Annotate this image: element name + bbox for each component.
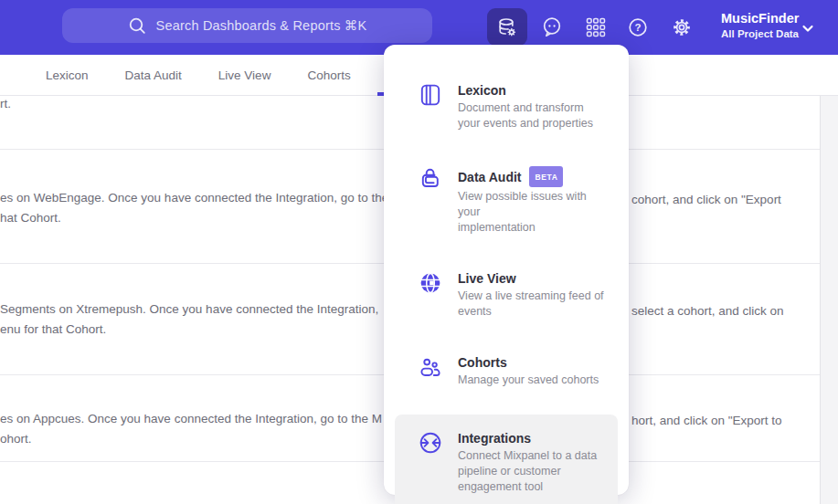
menu-item-title: Data Audit [458, 169, 521, 185]
menu-item-description: View possible issues with your implement… [458, 189, 605, 236]
gear-icon [670, 16, 694, 39]
chat-bubble-icon [540, 16, 564, 39]
list-item-text: Segments on Xtremepush. Once you have co… [0, 299, 378, 319]
list-item-text: cohort, and click on "Export [631, 190, 781, 209]
project-subtitle: All Project Data [721, 27, 799, 41]
menu-item-data-audit[interactable]: Data Audit BETA View possible issues wit… [395, 149, 618, 253]
search-placeholder: Search Dashboards & Reports ⌘K [156, 18, 367, 33]
list-item-text: ohort. [0, 429, 32, 448]
database-gear-icon [495, 16, 519, 39]
menu-item-cohorts[interactable]: Cohorts Manage your saved cohorts [395, 337, 618, 405]
menu-item-description: Document and transform your events and p… [458, 100, 593, 131]
menu-item-title: Integrations [458, 430, 597, 446]
menu-item-title: Cohorts [458, 354, 599, 371]
list-item-text: hat Cohort. [0, 208, 61, 227]
settings-button[interactable] [669, 15, 695, 40]
menu-item-integrations[interactable]: Integrations Connect Mixpanel to a data … [395, 415, 618, 504]
grid-icon [584, 16, 608, 39]
tab-data-audit[interactable]: Data Audit [125, 68, 182, 82]
project-name: MusicFinder [721, 10, 799, 27]
svg-text:?: ? [634, 22, 641, 33]
list-item-text: rt. [0, 96, 11, 113]
data-management-menu: Lexicon Document and transform your even… [384, 45, 629, 495]
data-management-button[interactable] [487, 8, 527, 46]
menu-item-description: Connect Mixpanel to a data pipeline or c… [458, 448, 597, 495]
search-input[interactable]: Search Dashboards & Reports ⌘K [62, 8, 432, 43]
help-icon: ? [626, 16, 650, 39]
menu-item-description: View a live streaming feed of events [458, 289, 604, 320]
tab-live-view[interactable]: Live View [218, 68, 271, 82]
page-gutter [820, 96, 838, 504]
beta-badge: BETA [529, 166, 563, 187]
list-item-text: es on WebEngage. Once you have connected… [0, 188, 388, 207]
search-icon [128, 16, 146, 35]
lexicon-book-icon [419, 83, 442, 107]
menu-item-title: Lexicon [458, 82, 593, 99]
project-selector[interactable]: MusicFinder All Project Data [721, 10, 799, 41]
menu-item-description: Manage your saved cohorts [458, 373, 599, 388]
list-item-text: enu for that Cohort. [0, 320, 106, 339]
cohorts-people-icon [419, 355, 442, 379]
menu-item-lexicon[interactable]: Lexicon Document and transform your even… [395, 65, 618, 149]
live-view-globe-icon [419, 271, 442, 295]
tab-cohorts[interactable]: Cohorts [307, 68, 350, 82]
list-item-text: select a cohort, and click on [631, 301, 784, 320]
list-item-text: es on Appcues. Once you have connected t… [0, 409, 382, 428]
help-button[interactable]: ? [625, 15, 651, 40]
menu-item-live-view[interactable]: Live View View a live streaming feed of … [395, 253, 618, 337]
feedback-button[interactable] [539, 15, 565, 40]
integrations-arrows-icon [419, 431, 442, 455]
apps-menu-button[interactable] [583, 15, 609, 40]
tab-lexicon[interactable]: Lexicon [46, 68, 89, 82]
chevron-down-icon[interactable] [800, 20, 816, 37]
menu-item-title: Live View [458, 270, 604, 287]
list-item-text: hort, and click on "Export to [631, 411, 782, 430]
data-audit-lock-icon [419, 167, 442, 191]
